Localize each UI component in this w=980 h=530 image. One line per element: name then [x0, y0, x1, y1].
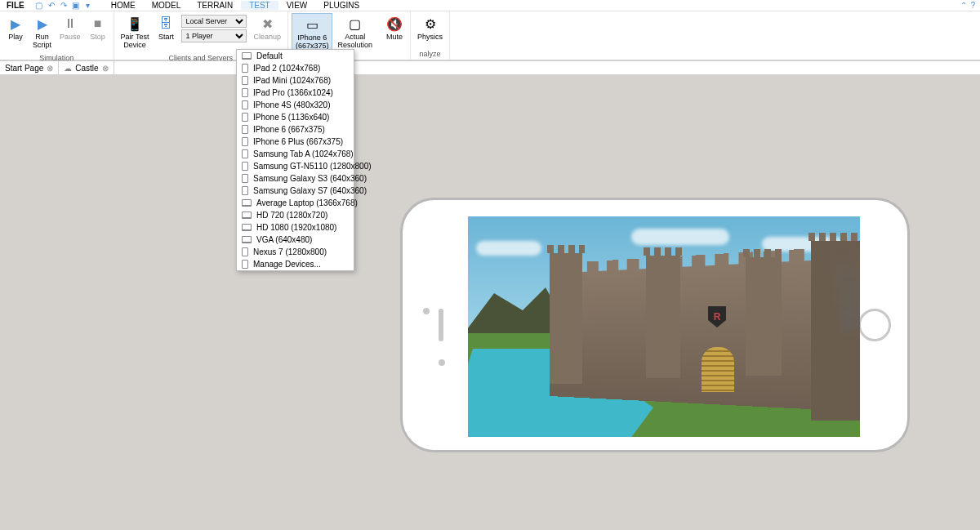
play-button[interactable]: ▶ Play — [3, 13, 28, 43]
monitor-icon — [242, 199, 252, 207]
phone-speaker-icon — [439, 309, 443, 341]
device-item[interactable]: Samsung Galaxy S3 (640x360) — [237, 172, 354, 185]
file-menu[interactable]: FILE — [0, 1, 31, 10]
pair-test-device-button[interactable]: 📱 Pair Test Device — [118, 13, 153, 51]
phone-emulator-frame: R — [400, 198, 910, 452]
tab-model[interactable]: MODEL — [144, 1, 189, 10]
game-viewport[interactable]: R — [468, 216, 860, 437]
qat-more-icon[interactable]: ▾ — [83, 1, 93, 11]
device-item-default[interactable]: Default — [237, 50, 354, 62]
phone-sensor-icon — [439, 359, 445, 366]
play-label: Play — [8, 33, 23, 42]
device-item[interactable]: Samsung GT-N5110 (1280x800) — [237, 160, 354, 172]
castle-tower — [811, 241, 860, 421]
smoke — [829, 233, 860, 331]
phone-home-button[interactable] — [858, 309, 891, 341]
close-icon[interactable]: ⊗ — [102, 64, 109, 73]
server-player-selects: Local Server 1 Player — [180, 13, 248, 44]
phone-camera-icon — [423, 308, 430, 314]
qat-select-icon[interactable]: ▣ — [71, 1, 81, 11]
stop-button: ■ Stop — [86, 13, 110, 43]
mute-icon: 🔇 — [385, 15, 403, 33]
device-item-label: IPhone 6 Plus (667x375) — [253, 137, 343, 146]
device-portrait-icon — [242, 162, 248, 171]
qat-undo-icon[interactable]: ↶ — [47, 1, 56, 11]
device-item-label: Samsung GT-N5110 (1280x800) — [253, 162, 372, 171]
device-item-label: Nexus 7 (1280x800) — [253, 247, 327, 256]
cloud-icon: ☁ — [64, 64, 72, 73]
device-item[interactable]: VGA (640x480) — [237, 234, 354, 246]
device-item-label: Samsung Galaxy S3 (640x360) — [253, 174, 367, 183]
device-item[interactable]: Nexus 7 (1280x800) — [237, 246, 354, 258]
tab-home[interactable]: HOME — [103, 1, 144, 10]
device-item[interactable]: Samsung Galaxy S7 (640x360) — [237, 185, 354, 197]
device-item-manage[interactable]: Manage Devices... — [237, 258, 354, 270]
collapse-ribbon-icon[interactable]: ⌃ — [960, 1, 967, 10]
device-portrait-icon — [242, 149, 248, 158]
stop-icon: ■ — [89, 15, 107, 33]
mute-button[interactable]: 🔇 Mute — [382, 13, 407, 43]
menu-bar: FILE ▢ ↶ ↷ ▣ ▾ HOME MODEL TERRAIN TEST V… — [0, 0, 980, 11]
device-portrait-icon — [242, 100, 248, 109]
device-item[interactable]: Samsung Tab A (1024x768) — [237, 148, 354, 160]
device-item-label: Samsung Galaxy S7 (640x360) — [253, 186, 367, 195]
close-icon[interactable]: ⊗ — [47, 64, 53, 73]
device-portrait-icon — [242, 137, 248, 146]
resolution-icon: ▢ — [346, 15, 364, 33]
group-simulation: ▶ Play ▶ Run Script ⏸ Pause ■ Stop Simul… — [0, 11, 114, 60]
device-item[interactable]: IPad Pro (1366x1024) — [237, 87, 354, 99]
physics-label: Physics — [417, 33, 443, 42]
monitor-icon — [242, 212, 252, 219]
start-server-button[interactable]: 🗄 Start — [154, 13, 178, 43]
server-select[interactable]: Local Server — [181, 15, 247, 28]
device-item-label: IPad Mini (1024x768) — [253, 76, 331, 85]
monitor-icon — [242, 52, 252, 60]
castle-tower — [550, 253, 582, 384]
device-item[interactable]: IPhone 6 Plus (667x375) — [237, 136, 354, 148]
tab-plugins[interactable]: PLUGINS — [315, 1, 368, 10]
qat-new-icon[interactable]: ▢ — [34, 1, 44, 11]
group-analyze: ⚙ Physics nalyze — [411, 11, 450, 60]
tab-view[interactable]: VIEW — [278, 1, 316, 10]
doctab-castle[interactable]: ☁ Castle ⊗ — [59, 61, 114, 74]
player-select[interactable]: 1 Player — [181, 29, 247, 42]
stop-label: Stop — [90, 33, 105, 42]
pair-test-label: Pair Test Device — [121, 33, 149, 50]
device-item[interactable]: IPhone 4S (480x320) — [237, 99, 354, 111]
cleanup-label: Cleanup — [253, 33, 281, 42]
scene-3d: R — [468, 216, 860, 437]
device-portrait-icon — [242, 247, 248, 256]
pause-button: ⏸ Pause — [56, 13, 84, 43]
device-portrait-icon — [242, 186, 248, 195]
physics-button[interactable]: ⚙ Physics — [414, 13, 446, 43]
device-item[interactable]: HD 1080 (1920x1080) — [237, 221, 354, 234]
device-selector-button[interactable]: ▭ IPhone 6 (667x375) — [292, 13, 333, 53]
monitor-icon — [242, 236, 252, 243]
start-server-icon: 🗄 — [157, 15, 175, 33]
device-portrait-icon — [242, 174, 248, 183]
group-audio: 🔇 Mute — [379, 11, 411, 60]
device-item-label: HD 1080 (1920x1080) — [256, 223, 336, 232]
cloud — [476, 241, 541, 256]
tab-test[interactable]: TEST — [241, 1, 278, 10]
tab-terrain[interactable]: TERRAIN — [189, 1, 241, 10]
qat-redo-icon[interactable]: ↷ — [59, 1, 69, 11]
device-item[interactable]: IPad 2 (1024x768) — [237, 62, 354, 74]
device-item[interactable]: Average Laptop (1366x768) — [237, 197, 354, 209]
device-item[interactable]: HD 720 (1280x720) — [237, 209, 354, 221]
resolution-button[interactable]: ▢ Actual Resolution — [334, 13, 376, 51]
group-analyze-label: nalyze — [411, 49, 449, 60]
device-portrait-icon — [242, 125, 248, 134]
doctab-start-page[interactable]: Start Page ⊗ — [0, 61, 59, 74]
monitor-icon — [242, 224, 252, 231]
device-item[interactable]: IPhone 5 (1136x640) — [237, 111, 354, 123]
device-item-label: IPad Pro (1366x1024) — [253, 88, 333, 97]
device-item-label: IPhone 6 (667x375) — [253, 125, 325, 134]
pair-device-icon: 📱 — [126, 15, 144, 33]
device-item[interactable]: IPad Mini (1024x768) — [237, 74, 354, 87]
help-icon[interactable]: ? — [970, 1, 975, 10]
device-item-label: IPad 2 (1024x768) — [253, 64, 320, 73]
device-item[interactable]: IPhone 6 (667x375) — [237, 123, 354, 136]
run-script-button[interactable]: ▶ Run Script — [29, 13, 55, 51]
cleanup-icon: ✖ — [258, 15, 276, 33]
